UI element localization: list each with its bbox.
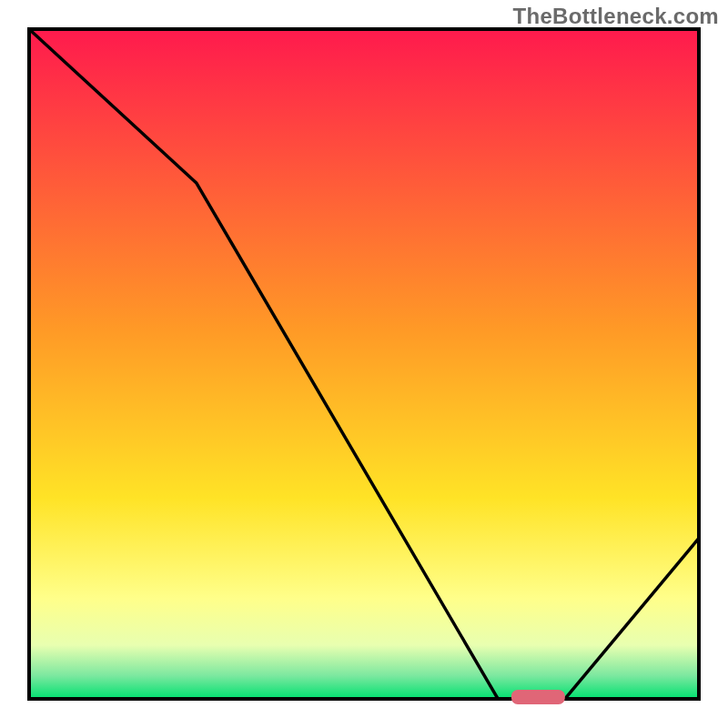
chart-container: TheBottleneck.com (0, 0, 728, 728)
plot-background (29, 29, 699, 699)
watermark-text: TheBottleneck.com (513, 4, 719, 29)
optimum-marker (511, 690, 565, 704)
bottleneck-chart (0, 0, 728, 728)
